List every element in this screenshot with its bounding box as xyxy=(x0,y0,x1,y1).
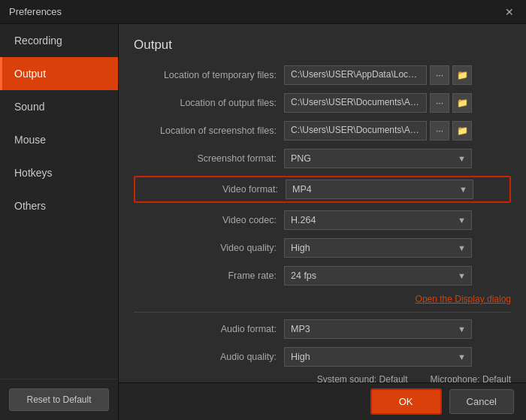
video-quality-label: Video quality: xyxy=(134,243,284,253)
temp-files-controls: C:\Users\USER\AppData\Local\Ten ··· 📁 xyxy=(284,65,511,85)
sidebar: Recording Output Sound Mouse Hotkeys Oth… xyxy=(0,24,119,420)
video-format-highlighted-row: Video format: MP4 AVI MOV WMV ▼ xyxy=(134,176,511,203)
audio-format-controls: MP3 AAC WAV ▼ xyxy=(284,319,511,339)
audio-quality-row: Audio quality: High Medium Low ▼ xyxy=(134,346,511,367)
video-format-select[interactable]: MP4 AVI MOV WMV xyxy=(286,180,473,199)
screenshot-format-row: Screenshot format: PNG JPG BMP ▼ xyxy=(134,148,511,169)
audio-format-row: Audio format: MP3 AAC WAV ▼ xyxy=(134,319,511,340)
video-format-controls: MP4 AVI MOV WMV ▼ xyxy=(286,180,509,199)
screenshot-files-row: Location of screenshot files: C:\Users\U… xyxy=(134,120,511,141)
frame-rate-select-wrap: 24 fps 30 fps 60 fps ▼ xyxy=(284,266,472,286)
screenshot-files-controls: C:\Users\USER\Documents\Aiseese ··· 📁 xyxy=(284,121,511,141)
sidebar-item-recording[interactable]: Recording xyxy=(0,24,118,57)
temp-files-folder-btn[interactable]: 📁 xyxy=(452,65,472,85)
bottom-bar: OK Cancel xyxy=(119,382,526,420)
output-files-value: C:\Users\USER\Documents\Aiseese xyxy=(284,93,427,113)
video-codec-row: Video codec: H.264 H.265 MPEG-4 ▼ xyxy=(134,210,511,231)
output-files-controls: C:\Users\USER\Documents\Aiseese ··· 📁 xyxy=(284,93,511,113)
sidebar-item-others[interactable]: Others xyxy=(0,189,118,222)
output-section-title: Output xyxy=(134,38,511,53)
output-files-row: Location of output files: C:\Users\USER\… xyxy=(134,92,511,113)
cancel-button[interactable]: Cancel xyxy=(449,389,514,414)
temp-files-label: Location of temporary files: xyxy=(134,70,284,80)
window-title: Preferences xyxy=(9,6,62,17)
output-files-folder-btn[interactable]: 📁 xyxy=(452,93,472,113)
sidebar-item-output[interactable]: Output xyxy=(0,57,118,90)
screenshot-format-label: Screenshot format: xyxy=(134,153,284,164)
screenshot-format-select-wrap: PNG JPG BMP ▼ xyxy=(284,149,472,168)
audio-format-label: Audio format: xyxy=(134,324,284,334)
screenshot-files-folder-btn[interactable]: 📁 xyxy=(452,121,472,141)
video-quality-select-wrap: High Medium Low ▼ xyxy=(284,238,472,258)
video-quality-select[interactable]: High Medium Low xyxy=(284,238,472,258)
main-layout: Recording Output Sound Mouse Hotkeys Oth… xyxy=(0,24,526,420)
title-bar: Preferences ✕ xyxy=(0,0,526,24)
video-codec-label: Video codec: xyxy=(134,215,284,225)
video-format-row: Video format: MP4 AVI MOV WMV ▼ xyxy=(135,179,509,200)
sidebar-footer: Reset to Default xyxy=(0,379,118,420)
video-format-label: Video format: xyxy=(135,184,286,195)
output-files-dots-btn[interactable]: ··· xyxy=(430,93,449,113)
separator-1 xyxy=(134,312,511,313)
reset-button[interactable]: Reset to Default xyxy=(9,388,109,411)
temp-files-row: Location of temporary files: C:\Users\US… xyxy=(134,65,511,86)
audio-quality-select-wrap: High Medium Low ▼ xyxy=(284,347,472,367)
video-codec-select[interactable]: H.264 H.265 MPEG-4 xyxy=(284,210,472,230)
video-quality-row: Video quality: High Medium Low ▼ xyxy=(134,237,511,258)
frame-rate-controls: 24 fps 30 fps 60 fps ▼ xyxy=(284,266,511,286)
display-dialog-link-row: Open the Display dialog xyxy=(134,293,511,304)
close-button[interactable]: ✕ xyxy=(502,5,517,20)
frame-rate-label: Frame rate: xyxy=(134,270,284,281)
audio-format-select[interactable]: MP3 AAC WAV xyxy=(284,319,472,339)
content-area: Output Location of temporary files: C:\U… xyxy=(119,24,526,420)
video-codec-controls: H.264 H.265 MPEG-4 ▼ xyxy=(284,210,511,230)
frame-rate-select[interactable]: 24 fps 30 fps 60 fps xyxy=(284,266,472,286)
frame-rate-row: Frame rate: 24 fps 30 fps 60 fps ▼ xyxy=(134,265,511,286)
sidebar-item-hotkeys[interactable]: Hotkeys xyxy=(0,156,118,189)
screenshot-format-controls: PNG JPG BMP ▼ xyxy=(284,149,511,168)
audio-format-select-wrap: MP3 AAC WAV ▼ xyxy=(284,319,472,339)
audio-quality-select[interactable]: High Medium Low xyxy=(284,347,472,367)
video-format-select-wrap: MP4 AVI MOV WMV ▼ xyxy=(286,180,473,199)
screenshot-files-dots-btn[interactable]: ··· xyxy=(430,121,449,141)
video-codec-select-wrap: H.264 H.265 MPEG-4 ▼ xyxy=(284,210,472,230)
screenshot-files-value: C:\Users\USER\Documents\Aiseese xyxy=(284,121,427,141)
temp-files-value: C:\Users\USER\AppData\Local\Ten xyxy=(284,65,427,85)
display-dialog-link[interactable]: Open the Display dialog xyxy=(416,294,511,304)
sidebar-item-mouse[interactable]: Mouse xyxy=(0,123,118,156)
audio-quality-controls: High Medium Low ▼ xyxy=(284,347,511,367)
screenshot-files-label: Location of screenshot files: xyxy=(134,125,284,136)
ok-button[interactable]: OK xyxy=(370,388,442,415)
screenshot-format-select[interactable]: PNG JPG BMP xyxy=(284,149,472,168)
sidebar-item-sound[interactable]: Sound xyxy=(0,90,118,123)
output-files-label: Location of output files: xyxy=(134,98,284,108)
video-quality-controls: High Medium Low ▼ xyxy=(284,238,511,258)
temp-files-dots-btn[interactable]: ··· xyxy=(430,65,449,85)
audio-quality-label: Audio quality: xyxy=(134,352,284,362)
